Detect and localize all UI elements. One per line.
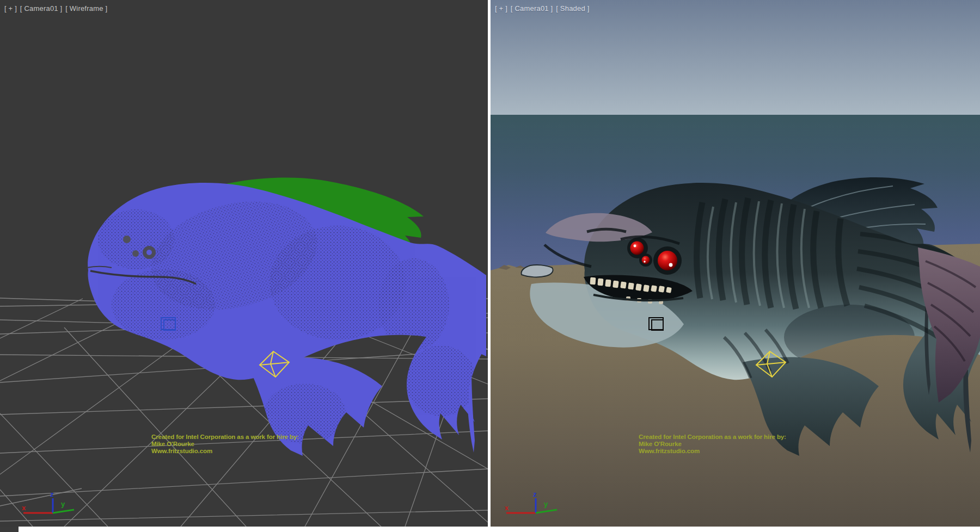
eye-large-highlight bbox=[669, 263, 673, 267]
viewport-shading-menu[interactable]: [ Wireframe ] bbox=[65, 4, 107, 13]
eye-small-highlight bbox=[644, 261, 645, 262]
viewport-pov-menu[interactable]: [ Camera01 ] bbox=[20, 4, 63, 13]
axis-x-label: x bbox=[22, 504, 26, 512]
fish-eye-spot-1 bbox=[123, 236, 131, 243]
viewport-pov-menu[interactable]: [ Camera01 ] bbox=[511, 4, 553, 13]
fish-lip-shaded bbox=[522, 265, 553, 277]
axis-z-label: z bbox=[50, 490, 54, 498]
wireframe-speckle-texture bbox=[98, 185, 476, 443]
fish-model-wireframe[interactable] bbox=[87, 178, 486, 456]
sky-backdrop bbox=[491, 0, 980, 115]
eye-small bbox=[642, 256, 650, 264]
viewport-label-left: [ + ] [ Camera01 ] [ Wireframe ] bbox=[4, 4, 108, 13]
fish-eye-spot-3-center bbox=[146, 250, 152, 255]
axis-z-label: z bbox=[533, 490, 537, 498]
watermark-text: Created for Intel Corporation as a work … bbox=[639, 434, 786, 455]
axis-y-label: y bbox=[544, 500, 548, 508]
bottom-border bbox=[0, 527, 980, 532]
eye-mid-highlight bbox=[634, 245, 636, 248]
eye-mid bbox=[630, 242, 644, 255]
eye-large bbox=[658, 251, 677, 270]
viewport-general-menu[interactable]: [ + ] bbox=[495, 4, 507, 13]
viewport-wireframe[interactable]: x z y [ + ] [ Camera01 ] [ Wireframe ] C… bbox=[0, 0, 488, 527]
watermark-text: Created for Intel Corporation as a work … bbox=[151, 434, 299, 455]
axis-x-label: x bbox=[505, 504, 509, 512]
viewport-label-right: [ + ] [ Camera01 ] [ Shaded ] bbox=[495, 4, 591, 13]
axis-y-label: y bbox=[61, 500, 65, 508]
viewport-general-menu[interactable]: [ + ] bbox=[4, 4, 17, 13]
fish-eye-spot-2 bbox=[132, 250, 139, 257]
dual-viewport-stage: x z y [ + ] [ Camera01 ] [ Wireframe ] C… bbox=[0, 0, 980, 532]
bottom-left-notch bbox=[0, 527, 19, 532]
viewport-shaded[interactable]: x z y [ + ] [ Camera01 ] [ Shaded ] Crea… bbox=[491, 0, 980, 527]
viewport-shading-menu[interactable]: [ Shaded ] bbox=[556, 4, 589, 13]
viewport-splitter[interactable] bbox=[488, 0, 491, 527]
